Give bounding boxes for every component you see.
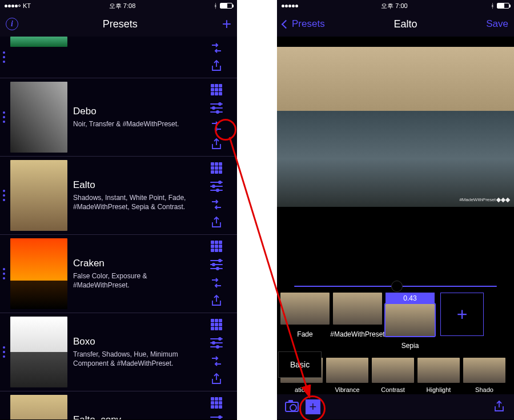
- filter-item[interactable]: Shado: [463, 358, 505, 394]
- presets-list[interactable]: DeboNoir, Transfer & #MadeWithPreset.Eal…: [0, 37, 237, 419]
- drag-handle-icon[interactable]: [0, 37, 8, 78]
- preset-description: Shadows, Instant, White Point, Fade, #Ma…: [73, 193, 191, 211]
- filter-label: Sepia: [386, 338, 435, 354]
- sliders-icon[interactable]: [210, 336, 223, 350]
- drag-handle-icon[interactable]: [0, 391, 8, 419]
- add-preset-button[interactable]: +: [222, 16, 231, 32]
- bluetooth-icon: ᚼ: [214, 2, 218, 9]
- sliders-icon[interactable]: [210, 414, 223, 419]
- sliders-icon[interactable]: [210, 258, 223, 271]
- category-popup[interactable]: Basic: [278, 351, 322, 378]
- filter-thumbnail: [372, 358, 414, 383]
- back-button[interactable]: Presets: [283, 18, 325, 30]
- signal-icon: [282, 5, 298, 7]
- preset-thumbnail: [10, 160, 67, 231]
- add-filter-button[interactable]: +: [440, 293, 484, 336]
- page-title: Ealto: [393, 18, 417, 30]
- filter-label: Highlight: [417, 385, 460, 394]
- preset-thumbnail: [10, 82, 67, 153]
- preset-description: False Color, Exposure & #MadeWithPreset.: [73, 271, 191, 290]
- status-bar: 오후 7:00 ᚼ: [277, 0, 514, 11]
- table-row[interactable]: Ealto_copyShadows, Instant, White Point,…: [0, 391, 237, 419]
- arrows-icon[interactable]: [210, 119, 223, 133]
- back-label: Presets: [292, 18, 325, 30]
- share-icon[interactable]: [210, 216, 223, 230]
- chevron-left-icon: [282, 19, 291, 29]
- preset-thumbnail: [10, 317, 67, 387]
- status-bar: KT 오후 7:08 ᚼ: [0, 0, 237, 11]
- plus-icon: +: [457, 305, 468, 323]
- filter-label: ation: [280, 385, 323, 394]
- watermark: #MadeWithPreset: [459, 197, 509, 202]
- filter-item[interactable]: Fade: [280, 293, 330, 343]
- grid-icon[interactable]: [210, 239, 223, 253]
- drag-handle-icon[interactable]: [0, 157, 8, 234]
- drag-handle-icon[interactable]: [0, 313, 8, 391]
- grid-icon[interactable]: [210, 161, 223, 175]
- carrier-label: KT: [23, 2, 31, 9]
- bottom-toolbar: +: [277, 394, 514, 419]
- filter-item[interactable]: Highlight: [417, 358, 460, 394]
- share-icon[interactable]: [210, 138, 223, 151]
- grid-icon[interactable]: [210, 318, 223, 331]
- phone-preset-editor: 오후 7:00 ᚼ Presets Ealto Save #MadeWithPr…: [277, 0, 514, 420]
- preset-description: Noir, Transfer & #MadeWithPreset.: [73, 119, 191, 129]
- preset-thumbnail: [10, 37, 67, 47]
- arrows-icon[interactable]: [210, 41, 223, 55]
- filter-item[interactable]: #MadeWithPreset: [333, 293, 382, 343]
- editor-body: #MadeWithPreset Fade#MadeWithPreset0.43S…: [277, 37, 514, 419]
- sliders-icon[interactable]: [210, 101, 223, 115]
- add-button[interactable]: +: [306, 399, 320, 414]
- filter-value: 0.43: [386, 293, 435, 304]
- table-row[interactable]: CrakenFalse Color, Exposure & #MadeWithP…: [0, 235, 237, 313]
- preset-title: Craken: [73, 258, 191, 269]
- share-icon[interactable]: [492, 400, 506, 414]
- preset-thumbnail: [10, 238, 67, 309]
- filter-item[interactable]: Vibrance: [326, 358, 368, 394]
- filter-label: Fade: [280, 327, 330, 343]
- arrows-icon[interactable]: [210, 276, 223, 290]
- filter-label: Shado: [463, 385, 505, 394]
- filter-item[interactable]: Contrast: [372, 358, 414, 394]
- battery-icon: [497, 3, 509, 9]
- applied-filters-row[interactable]: Fade#MadeWithPreset0.43Sepia+: [277, 289, 514, 354]
- table-row[interactable]: DeboNoir, Transfer & #MadeWithPreset.: [0, 78, 237, 157]
- drag-handle-icon[interactable]: [0, 78, 8, 156]
- preset-thumbnail: [10, 395, 67, 419]
- info-button[interactable]: i: [6, 18, 18, 30]
- filter-label: Contrast: [372, 385, 414, 394]
- grid-icon[interactable]: [210, 83, 223, 97]
- bluetooth-icon: ᚼ: [491, 2, 495, 9]
- filter-item[interactable]: 0.43Sepia: [386, 293, 435, 354]
- phone-presets-list: KT 오후 7:08 ᚼ i Presets + DeboNoir, Trans…: [0, 0, 237, 420]
- table-row[interactable]: [0, 37, 237, 78]
- sliders-icon[interactable]: [210, 179, 223, 193]
- nav-bar: Presets Ealto Save: [277, 11, 514, 37]
- save-button[interactable]: Save: [486, 18, 508, 30]
- table-row[interactable]: EaltoShadows, Instant, White Point, Fade…: [0, 157, 237, 235]
- filter-thumbnail: [386, 304, 435, 336]
- preset-title: Boxo: [73, 336, 191, 347]
- preset-description: Transfer, Shadows, Hue, Minimum Componen…: [73, 350, 191, 368]
- page-title: Presets: [103, 18, 138, 30]
- grid-icon[interactable]: [210, 396, 223, 410]
- clock: 오후 7:00: [381, 2, 407, 10]
- preset-title: Debo: [73, 106, 191, 117]
- preset-title: Ealto: [73, 179, 191, 191]
- battery-icon: [220, 3, 232, 9]
- share-icon[interactable]: [210, 294, 223, 308]
- nav-bar: i Presets +: [0, 11, 237, 37]
- share-icon[interactable]: [210, 59, 223, 73]
- arrows-icon[interactable]: [210, 354, 223, 368]
- camera-icon[interactable]: [285, 402, 299, 412]
- intensity-slider[interactable]: [277, 280, 514, 289]
- filter-thumbnail: [333, 293, 382, 325]
- signal-icon: [5, 5, 21, 7]
- drag-handle-icon[interactable]: [0, 235, 8, 313]
- share-icon[interactable]: [210, 373, 223, 386]
- image-preview[interactable]: #MadeWithPreset: [277, 47, 514, 207]
- clock: 오후 7:08: [109, 2, 135, 10]
- filter-thumbnail: [417, 358, 460, 383]
- arrows-icon[interactable]: [210, 198, 223, 211]
- table-row[interactable]: BoxoTransfer, Shadows, Hue, Minimum Comp…: [0, 313, 237, 391]
